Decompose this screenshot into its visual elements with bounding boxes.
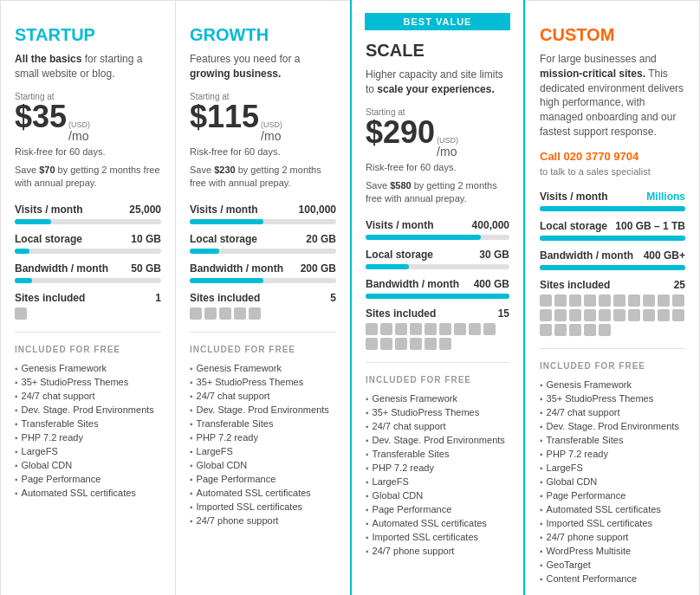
site-dot: [658, 309, 670, 321]
metric-row-custom-1: Local storage 100 GB – 1 TB: [540, 220, 685, 241]
metric-value-scale-1: 30 GB: [479, 249, 509, 261]
site-dot: [540, 309, 552, 321]
site-dot: [554, 309, 567, 321]
included-title-startup: INCLUDED FOR FREE: [15, 345, 161, 354]
feature-item-custom-13: GeoTarget: [540, 558, 685, 572]
progress-fill-scale-2: [366, 294, 509, 299]
feature-item-startup-0: Genesis Framework: [15, 361, 161, 375]
feature-item-scale-8: Page Performance: [366, 502, 509, 516]
feature-item-startup-6: LargeFS: [15, 444, 161, 458]
metric-label-growth-1: Local storage: [190, 233, 257, 245]
price-amount-scale: $290: [366, 117, 435, 148]
feature-item-startup-1: 35+ StudioPress Themes: [15, 375, 161, 389]
site-dot: [366, 323, 378, 335]
sites-label-startup: Sites included: [15, 292, 85, 304]
sites-row-scale: Sites included 15: [366, 307, 509, 350]
feature-item-custom-2: 24/7 chat support: [540, 405, 685, 419]
progress-fill-startup-1: [15, 249, 29, 254]
site-dot: [599, 324, 611, 336]
feature-item-custom-3: Dev. Stage. Prod Environments: [540, 419, 685, 433]
feature-item-growth-6: LargeFS: [190, 444, 336, 458]
metric-value-scale-0: 400,000: [472, 219, 509, 231]
site-dot: [204, 307, 217, 320]
site-dot: [380, 323, 392, 335]
metric-value-startup-2: 50 GB: [131, 262, 161, 275]
feature-item-startup-3: Dev. Stage. Prod Environments: [15, 403, 161, 417]
site-dot: [249, 307, 261, 320]
divider-startup: [15, 332, 161, 333]
feature-item-growth-1: 35+ StudioPress Themes: [190, 375, 336, 389]
sites-row-growth: Sites included 5: [190, 292, 336, 320]
plan-desc-scale: Higher capacity and site limits to scale…: [366, 68, 509, 97]
plan-title-growth: GROWTH: [190, 25, 336, 45]
price-usd-startup: (USD): [68, 120, 90, 129]
progress-fill-growth-0: [190, 219, 263, 224]
progress-fill-custom-0: [540, 206, 685, 211]
progress-bg-startup-0: [15, 219, 161, 224]
sites-value-scale: 15: [498, 307, 509, 320]
sites-dots-startup: [15, 307, 161, 320]
feature-item-growth-11: 24/7 phone support: [190, 514, 336, 527]
feature-item-growth-2: 24/7 chat support: [190, 389, 336, 403]
feature-list-scale: Genesis Framework35+ StudioPress Themes2…: [366, 391, 509, 558]
sites-value-growth: 5: [330, 292, 336, 304]
site-dot: [672, 309, 684, 321]
feature-item-custom-12: WordPress Multisite: [540, 544, 685, 558]
feature-item-growth-5: PHP 7.2 ready: [190, 430, 336, 444]
site-dot: [219, 307, 231, 320]
metric-row-custom-2: Bandwidth / month 400 GB+: [540, 249, 685, 270]
plan-custom: CUSTOMFor large businesses and mission-c…: [525, 0, 700, 595]
site-dot: [599, 309, 611, 321]
metric-value-custom-1: 100 GB – 1 TB: [615, 220, 685, 232]
site-dot: [380, 338, 392, 350]
metric-row-growth-1: Local storage 20 GB: [190, 233, 336, 254]
feature-item-startup-4: Transferable Sites: [15, 417, 161, 430]
site-dot: [483, 323, 496, 335]
metric-label-scale-2: Bandwidth / month: [366, 278, 459, 290]
call-text-custom[interactable]: Call 020 3770 9704: [540, 150, 685, 163]
feature-item-custom-10: Imported SSL certificates: [540, 516, 685, 530]
save-text-startup: Save $70 by getting 2 months free with a…: [15, 164, 161, 191]
site-dot: [439, 338, 451, 350]
site-dot: [554, 294, 567, 307]
progress-bg-startup-2: [15, 278, 161, 283]
risk-free-growth: Risk-free for 60 days.: [190, 146, 336, 157]
feature-list-startup: Genesis Framework35+ StudioPress Themes2…: [15, 361, 161, 500]
progress-bg-scale-2: [366, 294, 509, 299]
progress-bg-startup-1: [15, 249, 161, 254]
plan-growth: GROWTHFeatures you need for a growing bu…: [175, 0, 350, 595]
metric-label-custom-0: Visits / month: [540, 191, 607, 203]
feature-item-growth-4: Transferable Sites: [190, 417, 336, 430]
feature-item-scale-2: 24/7 chat support: [366, 419, 509, 433]
divider-custom: [540, 348, 685, 349]
divider-growth: [190, 332, 336, 333]
site-dot: [234, 307, 246, 320]
price-row-startup: $35 (USD) /mo: [15, 101, 161, 143]
progress-fill-startup-0: [15, 219, 51, 224]
progress-fill-scale-1: [366, 264, 409, 269]
feature-item-custom-6: LargeFS: [540, 461, 685, 475]
sites-dots-custom: [540, 294, 685, 336]
progress-bg-custom-1: [540, 236, 685, 241]
metric-label-scale-1: Local storage: [366, 249, 433, 261]
price-amount-growth: $115: [190, 101, 259, 133]
metric-label-startup-2: Bandwidth / month: [15, 262, 108, 275]
metric-label-custom-2: Bandwidth / month: [540, 249, 633, 262]
feature-item-scale-5: PHP 7.2 ready: [366, 461, 509, 475]
feature-item-startup-5: PHP 7.2 ready: [15, 430, 161, 444]
progress-bg-scale-1: [366, 264, 509, 269]
site-dot: [613, 309, 625, 321]
metric-row-scale-1: Local storage 30 GB: [366, 249, 509, 269]
site-dot: [454, 323, 466, 335]
site-dot: [425, 323, 437, 335]
metric-value-growth-2: 200 GB: [301, 262, 336, 275]
metric-label-growth-2: Bandwidth / month: [190, 262, 283, 275]
progress-fill-startup-2: [15, 278, 32, 283]
progress-fill-custom-1: [540, 236, 685, 241]
pricing-grid: STARTUPAll the basics for starting a sma…: [0, 0, 700, 595]
metric-value-custom-0: Millions: [646, 191, 685, 203]
site-dot: [628, 294, 640, 307]
progress-bg-growth-1: [190, 249, 336, 254]
save-text-scale: Save $580 by getting 2 months free with …: [366, 179, 509, 206]
sites-label-custom: Sites included: [540, 279, 610, 291]
